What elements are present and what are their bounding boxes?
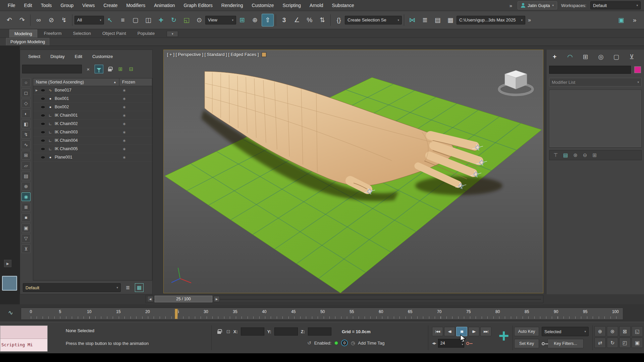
project-folder-combo[interactable]: C:\Users\gup...3ds Max 2025 ▾ [457, 16, 525, 24]
menu-item[interactable]: Customize [247, 0, 278, 11]
menu-item[interactable]: Substance [328, 0, 359, 11]
playback-loop-icon[interactable]: ↺ [307, 340, 311, 346]
zoom-all-icon[interactable]: ⊛ [607, 326, 618, 337]
explorer-layers-icon[interactable]: ≣ [123, 283, 132, 292]
visibility-eye-icon[interactable] [41, 156, 45, 159]
visibility-eye-icon[interactable] [41, 131, 45, 134]
zoom-icon[interactable]: ⊕ [594, 326, 606, 337]
display-helpers-icon[interactable]: ▱ [21, 161, 31, 170]
select-and-move-icon[interactable]: + [155, 14, 167, 26]
display-tab-icon[interactable]: ▢ [610, 52, 623, 62]
rect-selection-region-icon[interactable]: ▢ [129, 14, 142, 26]
display-geometry-icon[interactable]: ◻ [21, 88, 31, 97]
select-and-rotate-icon[interactable]: ↻ [168, 14, 180, 26]
workspace-combo[interactable]: Default ▾ [590, 1, 641, 9]
listener-pane[interactable]: Scripting Mi [0, 339, 47, 352]
spinner-snap-icon[interactable]: ⇅ [316, 14, 328, 26]
time-slider-next-button[interactable]: ▶ [214, 296, 220, 302]
menu-item[interactable]: Graph Editors [179, 0, 217, 11]
scene-object-row[interactable]: ∟ IK Chain003 ∗ [33, 128, 152, 136]
lock-explorer-icon[interactable] [105, 65, 114, 73]
select-and-link-icon[interactable]: ∞ [33, 14, 45, 26]
orbit-icon[interactable]: ↻ [607, 338, 618, 348]
configure-modifier-sets-icon[interactable]: ⊞ [592, 152, 597, 158]
menubar-overflow-icon[interactable]: » [508, 3, 514, 8]
pan-icon[interactable]: ⇄ [594, 338, 606, 348]
display-groups-icon[interactable]: ⊞ [21, 151, 31, 160]
create-selection-set-icon[interactable]: ⊞ [116, 65, 125, 73]
display-frozen-icon[interactable]: ■ [21, 213, 31, 222]
mirror-icon[interactable]: ⋈ [406, 14, 418, 26]
timeline-ruler[interactable]: 0510152025303540455055606570758085909510… [21, 308, 623, 320]
tab-modeling[interactable]: Modeling [9, 29, 37, 38]
angle-snap-icon[interactable]: ∠ [291, 14, 303, 26]
selection-filter-combo[interactable]: All ▾ [74, 16, 104, 24]
select-and-manipulate-icon[interactable]: ⊕ [249, 14, 261, 26]
previous-frame-button[interactable]: ◀▮ [444, 327, 455, 336]
macro-recorder-pane[interactable] [0, 326, 47, 339]
auto-key-button[interactable]: Auto Key [514, 327, 539, 336]
viewport-canvas[interactable] [164, 50, 543, 293]
menu-item[interactable]: Scripting [278, 0, 305, 11]
add-key-plus-button[interactable]: + [496, 327, 512, 345]
unlink-selection-icon[interactable]: ⊘ [45, 14, 57, 26]
select-and-scale-icon[interactable]: ◱ [180, 14, 193, 26]
frozen-toggle-icon[interactable]: ∗ [113, 121, 147, 126]
frozen-toggle-icon[interactable]: ∗ [113, 138, 147, 143]
field-of-view-icon[interactable]: ◰ [619, 338, 631, 348]
name-column-header[interactable]: Name (Sorted Ascending) ▲ [33, 80, 119, 84]
x-coordinate-field[interactable] [241, 327, 264, 336]
display-none-icon[interactable]: ○ [21, 78, 31, 87]
next-frame-button[interactable]: ▮▶ [468, 327, 479, 336]
redo-icon[interactable]: ↷ [16, 14, 28, 26]
toggle-scene-explorer-icon[interactable]: ▤ [432, 14, 444, 26]
visibility-eye-icon[interactable] [41, 114, 45, 117]
perspective-viewport[interactable]: [ + ] [ Perspective ] [ Standard ] [ Edg… [163, 50, 543, 293]
display-cameras-icon[interactable]: ◧ [21, 120, 31, 128]
expand-panel-button[interactable]: ▶ [4, 260, 11, 267]
display-spacewarps-icon[interactable]: ↯ [21, 130, 31, 139]
scene-object-row[interactable]: ∟ IK Chain005 ∗ [33, 145, 152, 153]
modify-tab-icon[interactable]: ◠ [564, 52, 576, 62]
visibility-eye-icon[interactable] [41, 147, 45, 150]
toggle-layer-explorer-icon[interactable]: ▦ [444, 14, 457, 26]
modifier-list-combo[interactable]: Modifier List ▾ [549, 78, 642, 86]
absolute-mode-toggle-icon[interactable]: ⊡ [226, 329, 230, 334]
render-setup-icon[interactable]: ▣ [615, 14, 627, 26]
reference-coordinate-combo[interactable]: View ▾ [205, 16, 236, 24]
zoom-region-icon[interactable]: ◱ [632, 326, 643, 337]
frozen-toggle-icon[interactable]: ∗ [113, 130, 147, 135]
add-time-tag-button[interactable]: Add Time Tag [358, 341, 384, 346]
filter-funnel-button[interactable] [95, 65, 103, 73]
key-filters-button[interactable]: Key Filters... [547, 339, 584, 348]
frozen-toggle-icon[interactable]: ∗ [113, 113, 147, 118]
animation-layer-badge[interactable]: 0 [341, 340, 348, 346]
display-bones-icon[interactable]: ∿ [21, 140, 31, 149]
explorer-column-header[interactable]: Name (Sorted Ascending) ▲ Frozen [33, 78, 152, 86]
frozen-toggle-icon[interactable]: ∗ [113, 105, 147, 110]
mini-curve-editor-icon[interactable]: ∿ [8, 309, 13, 316]
align-icon[interactable]: ≣ [419, 14, 431, 26]
time-slider-prev-button[interactable]: ◀ [147, 296, 153, 302]
motion-tab-icon[interactable]: ◎ [595, 52, 607, 62]
filter-funnel-icon[interactable]: ▽ [21, 234, 31, 243]
spinner-down-icon[interactable]: ▾ [462, 343, 463, 346]
modifier-stack-list[interactable] [549, 90, 642, 147]
snap-toggle-3d-icon[interactable]: 3 [278, 14, 290, 26]
tab-freeform[interactable]: Freeform [39, 29, 66, 38]
scene-object-row[interactable]: ∟ IK Chain002 ∗ [33, 120, 152, 128]
explorer-search-input[interactable] [22, 65, 82, 73]
visibility-eye-icon[interactable] [41, 89, 45, 92]
visibility-eye-icon[interactable] [41, 97, 45, 100]
visibility-eye-icon[interactable] [41, 139, 45, 142]
selection-lock-toggle[interactable] [215, 327, 223, 336]
pin-stack-icon[interactable]: ⊤ [553, 152, 558, 158]
scene-object-row[interactable]: ▶ ∿ Bone017 ∗ [33, 86, 152, 95]
key-filter-scope-combo[interactable]: Selected ▾ [542, 327, 589, 336]
menu-item[interactable]: Group [56, 0, 78, 11]
menu-item[interactable]: File [3, 0, 20, 11]
scene-object-row[interactable]: ∟ IK Chain004 ∗ [33, 136, 152, 145]
frozen-toggle-icon[interactable]: ∗ [113, 88, 147, 93]
explorer-menu-item[interactable]: Display [50, 54, 65, 59]
display-hidden-icon[interactable]: ▣ [21, 224, 31, 232]
